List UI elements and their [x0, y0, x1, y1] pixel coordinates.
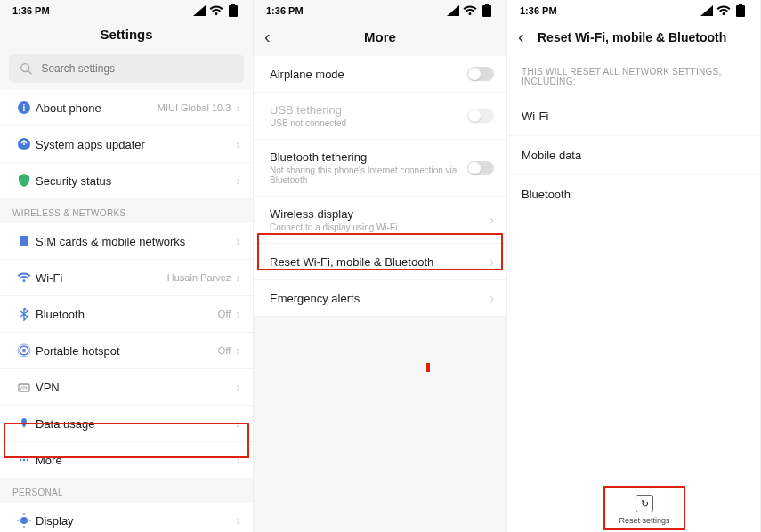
chevron-right-icon: › — [236, 416, 240, 431]
chevron-right-icon: › — [490, 213, 494, 227]
svg-rect-23 — [736, 5, 745, 17]
back-button[interactable]: ‹ — [518, 27, 538, 47]
row-label: Airplane mode — [270, 68, 467, 81]
row-label: Bluetooth — [36, 308, 218, 321]
row-label: Wi-Fi — [36, 271, 167, 285]
row-label: More — [36, 454, 236, 467]
more-icon — [12, 453, 36, 467]
wifi-icon — [209, 4, 223, 18]
row-bluetooth-tethering[interactable]: Bluetooth tethering Not sharing this pho… — [254, 140, 506, 197]
screen-more: 1:36 PM ‹ More Airplane mode USB tetheri… — [254, 0, 507, 532]
row-sub: USB not connected — [270, 118, 467, 128]
svg-rect-0 — [229, 5, 238, 17]
signal-icon — [446, 4, 460, 18]
chevron-right-icon: › — [490, 291, 494, 305]
row-wireless-display[interactable]: Wireless display Connect to a display us… — [254, 197, 506, 244]
status-time: 1:36 PM — [266, 5, 304, 16]
row-value: MIUI Global 10.3 — [158, 102, 231, 113]
row-label: SIM cards & mobile networks — [36, 235, 236, 248]
row-label: Data usage — [36, 417, 236, 431]
row-sim-cards[interactable]: SIM cards & mobile networks › — [0, 223, 253, 260]
search-box[interactable] — [9, 54, 244, 83]
row-label: VPN — [36, 381, 236, 394]
status-icons — [446, 4, 494, 18]
chevron-right-icon: › — [236, 453, 240, 467]
svg-line-3 — [28, 71, 32, 75]
row-label: System apps updater — [36, 138, 236, 151]
row-label: Emergency alerts — [270, 292, 490, 305]
wifi-icon — [12, 270, 36, 285]
svg-rect-1 — [231, 4, 235, 5]
header: Settings — [0, 20, 253, 51]
reset-item-bluetooth: Bluetooth — [507, 175, 760, 214]
back-button[interactable]: ‹ — [264, 27, 284, 47]
chevron-right-icon: › — [236, 270, 240, 285]
row-more[interactable]: More › — [0, 442, 253, 479]
row-label: Wireless display — [270, 207, 490, 221]
row-portable-hotspot[interactable]: Portable hotspot Off › — [0, 333, 253, 369]
header: ‹ Reset Wi-Fi, mobile & Bluetooth — [507, 20, 760, 56]
row-sub: Connect to a display using Wi-Fi — [270, 222, 490, 232]
reset-info: THIS WILL RESET ALL NETWORK SETTINGS, IN… — [507, 56, 760, 97]
red-dot — [426, 363, 430, 372]
status-bar: 1:36 PM — [507, 0, 760, 20]
status-icons — [700, 4, 748, 18]
screen-settings: 1:36 PM Settings i About phone MIUI Glob… — [0, 0, 254, 532]
row-label: Portable hotspot — [36, 344, 218, 358]
row-value: Husain Parvez — [167, 272, 231, 283]
status-bar: 1:36 PM — [254, 0, 506, 20]
status-time: 1:36 PM — [12, 5, 50, 16]
row-label: USB tethering — [270, 103, 467, 117]
chevron-right-icon: › — [236, 380, 240, 394]
row-system-updater[interactable]: System apps updater › — [0, 126, 253, 163]
row-usb-tethering: USB tethering USB not connected — [254, 93, 506, 140]
row-wifi[interactable]: Wi-Fi Husain Parvez › — [0, 260, 253, 296]
wifi-icon — [463, 4, 477, 18]
svg-point-16 — [20, 517, 28, 524]
info-icon: i — [12, 101, 36, 115]
status-icons — [192, 4, 240, 18]
search-input[interactable] — [41, 62, 233, 75]
section-wireless: WIRELESS & NETWORKS — [0, 199, 253, 223]
svg-point-13 — [20, 459, 22, 462]
row-sub: Not sharing this phone's Internet connec… — [270, 165, 467, 185]
display-icon — [12, 513, 36, 528]
status-time: 1:36 PM — [520, 5, 557, 16]
svg-text:i: i — [23, 103, 26, 113]
row-label: Security status — [36, 174, 236, 188]
bluetooth-icon — [12, 307, 36, 321]
row-bluetooth[interactable]: Bluetooth Off › — [0, 296, 253, 333]
svg-rect-24 — [739, 4, 742, 5]
chevron-right-icon: › — [236, 343, 240, 358]
toggle-usb — [467, 109, 494, 123]
reset-settings-button[interactable]: ↻ Reset settings — [613, 495, 676, 525]
screen-reset: 1:36 PM ‹ Reset Wi-Fi, mobile & Bluetoot… — [507, 0, 761, 532]
row-airplane-mode[interactable]: Airplane mode — [254, 56, 506, 93]
svg-text:VPN: VPN — [20, 385, 29, 391]
row-data-usage[interactable]: Data usage › — [0, 406, 253, 442]
row-emergency-alerts[interactable]: Emergency alerts › — [254, 280, 506, 317]
row-about-phone[interactable]: i About phone MIUI Global 10.3 › — [0, 90, 253, 126]
row-label: Bluetooth tethering — [270, 150, 467, 164]
svg-point-15 — [27, 459, 29, 462]
svg-point-2 — [21, 64, 29, 72]
svg-point-14 — [23, 459, 26, 462]
page-title: Settings — [30, 27, 223, 42]
chevron-right-icon: › — [236, 513, 240, 528]
page-title: More — [284, 29, 476, 44]
row-vpn[interactable]: VPN VPN › — [0, 369, 253, 406]
sim-icon — [12, 234, 36, 248]
toggle-airplane[interactable] — [467, 67, 494, 81]
svg-rect-21 — [482, 5, 491, 17]
row-security-status[interactable]: Security status › — [0, 163, 253, 199]
row-label: Display — [36, 514, 236, 528]
signal-icon — [700, 4, 714, 18]
row-label: About phone — [36, 101, 158, 115]
row-reset-network[interactable]: Reset Wi-Fi, mobile & Bluetooth › — [254, 244, 506, 280]
reset-button-label: Reset settings — [613, 516, 676, 525]
row-label: Reset Wi-Fi, mobile & Bluetooth — [270, 255, 490, 269]
toggle-bt-tether[interactable] — [467, 161, 494, 175]
reset-item-mobile: Mobile data — [507, 136, 760, 175]
hotspot-icon — [12, 343, 36, 358]
row-display[interactable]: Display › — [0, 503, 253, 532]
